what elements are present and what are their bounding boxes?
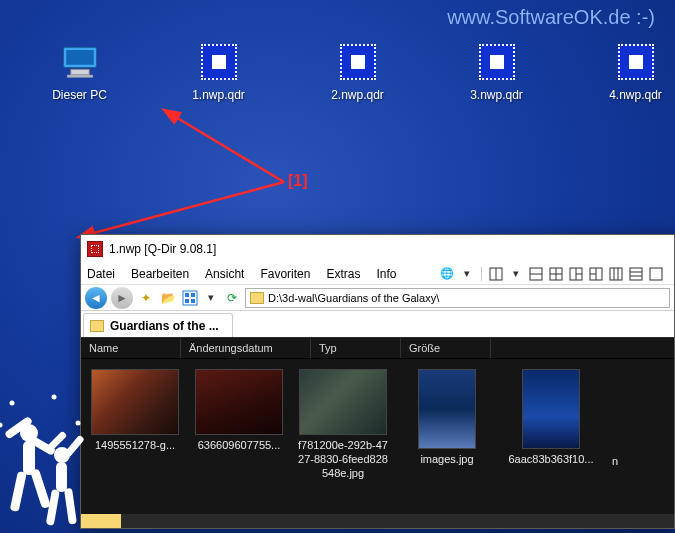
svg-rect-34 bbox=[28, 435, 56, 456]
svg-rect-2 bbox=[70, 69, 88, 74]
horizontal-scrollbar[interactable] bbox=[81, 514, 674, 528]
thumbnail-image bbox=[195, 369, 283, 435]
address-path: D:\3d-wal\Guardians of the Galaxy\ bbox=[268, 292, 439, 304]
nav-up-icon[interactable]: 📂 bbox=[159, 289, 177, 307]
navbar: ◄ ► ✦ 📂 ▾ ⟳ D:\3d-wal\Guardians of the G… bbox=[81, 285, 674, 311]
file-thumbnail[interactable]: images.jpg bbox=[401, 369, 493, 480]
qdr-file-icon bbox=[614, 40, 658, 84]
desktop: Dieser PC 1.nwp.qdr 2.nwp.qdr 3.nwp.qdr … bbox=[0, 40, 675, 102]
menu-favorites[interactable]: Favoriten bbox=[260, 267, 310, 281]
desktop-icon-label: Dieser PC bbox=[52, 88, 107, 102]
svg-rect-38 bbox=[56, 462, 67, 492]
folder-tab[interactable]: Guardians of the ... bbox=[83, 313, 233, 337]
svg-rect-27 bbox=[185, 293, 189, 297]
file-thumbnail[interactable]: f781200e-292b-4727-8830-6feed828548e.jpg bbox=[297, 369, 389, 480]
scrollbar-grip[interactable] bbox=[81, 514, 121, 528]
file-name: 1495551278-g... bbox=[95, 439, 175, 453]
svg-rect-32 bbox=[23, 441, 35, 475]
menu-edit[interactable]: Bearbeiten bbox=[131, 267, 189, 281]
nav-recent-icon[interactable]: ✦ bbox=[137, 289, 155, 307]
titlebar[interactable]: 1.nwp [Q-Dir 9.08.1] bbox=[81, 235, 674, 263]
qdr-file-icon bbox=[475, 40, 519, 84]
layout-7-icon[interactable] bbox=[628, 266, 644, 282]
nav-forward-button[interactable]: ► bbox=[111, 287, 133, 309]
desktop-icon-label: 2.nwp.qdr bbox=[331, 88, 384, 102]
file-pane[interactable]: 1495551278-g... 636609607755... f781200e… bbox=[81, 359, 674, 528]
thumbnail-image bbox=[418, 369, 476, 449]
address-bar[interactable]: D:\3d-wal\Guardians of the Galaxy\ bbox=[245, 288, 670, 308]
dropdown-icon[interactable]: ▾ bbox=[203, 290, 219, 306]
col-modified[interactable]: Änderungsdatum bbox=[181, 338, 311, 358]
svg-point-31 bbox=[20, 424, 38, 442]
folder-icon bbox=[90, 320, 104, 332]
desktop-icon-row: Dieser PC 1.nwp.qdr 2.nwp.qdr 3.nwp.qdr … bbox=[0, 40, 675, 102]
refresh-icon[interactable]: ⟳ bbox=[223, 289, 241, 307]
file-thumbnail[interactable]: 636609607755... bbox=[193, 369, 285, 480]
svg-rect-3 bbox=[67, 75, 93, 78]
svg-rect-29 bbox=[185, 299, 189, 303]
desktop-icon-label: 4.nwp.qdr bbox=[609, 88, 662, 102]
svg-point-37 bbox=[54, 447, 70, 463]
nav-back-button[interactable]: ◄ bbox=[85, 287, 107, 309]
menu-view[interactable]: Ansicht bbox=[205, 267, 244, 281]
file-name: 636609607755... bbox=[198, 439, 281, 453]
layout-2-icon[interactable] bbox=[528, 266, 544, 282]
file-name: n bbox=[612, 455, 618, 469]
layout-4-icon[interactable] bbox=[568, 266, 584, 282]
file-thumbnail-partial[interactable]: n bbox=[609, 369, 621, 480]
svg-rect-42 bbox=[64, 488, 77, 525]
svg-point-46 bbox=[0, 423, 3, 428]
desktop-icon-qdr-3[interactable]: 3.nwp.qdr bbox=[457, 40, 536, 102]
folder-icon bbox=[250, 292, 264, 304]
dropdown-icon[interactable]: ▾ bbox=[508, 266, 524, 282]
thumbnail-image bbox=[91, 369, 179, 435]
layout-1-icon[interactable] bbox=[488, 266, 504, 282]
toolbar-layout-group: 🌐▾ ▾ bbox=[439, 266, 668, 282]
globe-icon[interactable]: 🌐 bbox=[439, 266, 455, 282]
svg-rect-33 bbox=[4, 416, 33, 440]
column-header-row: Name Änderungsdatum Typ Größe bbox=[81, 337, 674, 359]
menu-file[interactable]: Datei bbox=[87, 267, 115, 281]
tab-row: Guardians of the ... bbox=[81, 311, 674, 337]
svg-line-4 bbox=[174, 116, 284, 182]
file-name: f781200e-292b-4727-8830-6feed828548e.jpg bbox=[297, 439, 389, 480]
window-title: 1.nwp [Q-Dir 9.08.1] bbox=[109, 242, 216, 256]
file-thumbnail[interactable]: 1495551278-g... bbox=[89, 369, 181, 480]
file-thumbnail[interactable]: 6aac83b363f10... bbox=[505, 369, 597, 480]
view-mode-icon[interactable] bbox=[181, 289, 199, 307]
svg-line-5 bbox=[90, 182, 284, 234]
svg-rect-25 bbox=[650, 268, 662, 280]
desktop-icon-qdr-2[interactable]: 2.nwp.qdr bbox=[318, 40, 397, 102]
desktop-icon-label: 3.nwp.qdr bbox=[470, 88, 523, 102]
svg-rect-35 bbox=[10, 471, 27, 512]
layout-8-icon[interactable] bbox=[648, 266, 664, 282]
menu-info[interactable]: Info bbox=[376, 267, 396, 281]
qdr-file-icon bbox=[197, 40, 241, 84]
file-name: 6aac83b363f10... bbox=[508, 453, 593, 467]
file-name: images.jpg bbox=[420, 453, 473, 467]
svg-rect-19 bbox=[610, 268, 622, 280]
col-name[interactable]: Name bbox=[81, 338, 181, 358]
svg-rect-30 bbox=[191, 299, 195, 303]
watermark-text: www.SoftwareOK.de :-) bbox=[447, 6, 655, 29]
qdr-file-icon bbox=[336, 40, 380, 84]
svg-point-44 bbox=[52, 395, 57, 400]
desktop-icon-qdr-1[interactable]: 1.nwp.qdr bbox=[179, 40, 258, 102]
thumbnail-image bbox=[522, 369, 580, 449]
menubar: Datei Bearbeiten Ansicht Favoriten Extra… bbox=[81, 263, 674, 285]
app-icon bbox=[87, 241, 103, 257]
computer-icon bbox=[58, 40, 102, 84]
svg-rect-36 bbox=[30, 468, 51, 509]
col-type[interactable]: Typ bbox=[311, 338, 401, 358]
desktop-icon-this-pc[interactable]: Dieser PC bbox=[40, 40, 119, 102]
dropdown-icon[interactable]: ▾ bbox=[459, 266, 475, 282]
menu-extras[interactable]: Extras bbox=[326, 267, 360, 281]
svg-rect-28 bbox=[191, 293, 195, 297]
desktop-icon-qdr-4[interactable]: 4.nwp.qdr bbox=[596, 40, 675, 102]
col-size[interactable]: Größe bbox=[401, 338, 491, 358]
layout-5-icon[interactable] bbox=[588, 266, 604, 282]
desktop-icon-label: 1.nwp.qdr bbox=[192, 88, 245, 102]
layout-6-icon[interactable] bbox=[608, 266, 624, 282]
layout-3-icon[interactable] bbox=[548, 266, 564, 282]
svg-rect-41 bbox=[46, 489, 60, 526]
